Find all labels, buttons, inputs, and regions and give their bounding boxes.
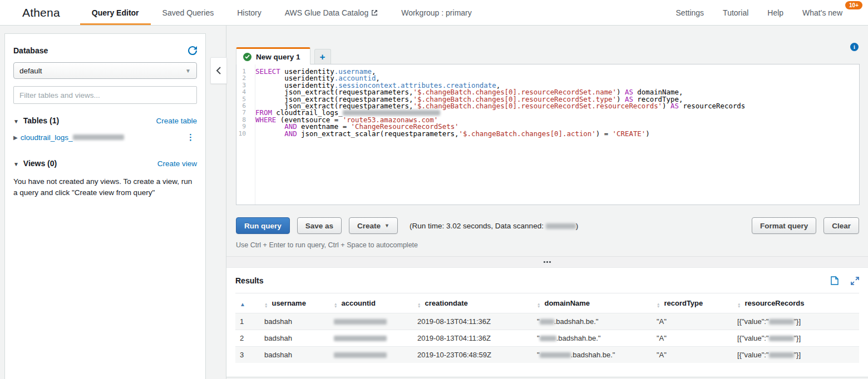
query-tab-new-query-1[interactable]: New query 1	[236, 47, 310, 64]
cell-row-number: 2	[235, 330, 260, 347]
cell-recordType: "A"	[652, 330, 733, 347]
database-label: Database	[13, 46, 48, 55]
tab-history[interactable]: History	[225, 0, 273, 25]
sort-ascending-icon: ▲	[240, 301, 245, 307]
chevron-right-icon[interactable]: ▶	[13, 134, 18, 141]
redacted-text	[334, 336, 387, 341]
chevron-down-icon: ▼	[13, 118, 19, 124]
chevron-down-icon: ▼	[13, 161, 19, 167]
line-number: 10	[236, 131, 251, 137]
expand-results-icon[interactable]	[851, 277, 859, 285]
create-dropdown-button[interactable]: Create ▼	[349, 217, 398, 234]
tab-query-editor[interactable]: Query Editor	[80, 0, 151, 25]
keyboard-hint: Use Ctrl + Enter to run query, Ctrl + Sp…	[236, 241, 868, 249]
chevron-down-icon: ▼	[384, 223, 389, 228]
cell-row-number: 3	[235, 347, 260, 363]
cell-accountid	[329, 313, 413, 330]
redacted-data-scanned	[546, 223, 576, 229]
tab-saved-queries[interactable]: Saved Queries	[151, 0, 226, 25]
cell-creationdate: 2019-08-13T04:11:36Z	[413, 313, 532, 330]
cell-domainName: ".badshah.be."	[532, 330, 652, 347]
primary-nav: Query Editor Saved Queries History AWS G…	[80, 0, 484, 25]
redacted-text	[769, 336, 794, 341]
cell-resourceRecords: [{"value":""}]	[733, 347, 859, 363]
column-header-recordType[interactable]: ▲▼recordType	[652, 293, 733, 313]
sort-icons: ▲▼	[657, 302, 660, 308]
line-number: 9	[236, 123, 251, 130]
tables-section-toggle[interactable]: ▼ Tables (1)	[13, 116, 59, 125]
redacted-text	[334, 352, 387, 358]
cell-creationdate: 2019-08-13T04:11:36Z	[413, 330, 532, 347]
redacted-table-name	[73, 134, 124, 140]
table-row: 2badshah2019-08-13T04:11:36Z".badshah.be…	[235, 330, 859, 347]
chevron-left-icon	[216, 67, 221, 74]
table-name-link[interactable]: cloudtrail_logs_	[21, 133, 73, 142]
column-header-creationdate[interactable]: ▲▼creationdate	[413, 293, 532, 313]
export-results-file-icon[interactable]	[831, 276, 839, 285]
new-query-tab-button[interactable]: +	[314, 49, 331, 64]
column-header-accountid[interactable]: ▲▼accountid	[329, 293, 413, 313]
sort-icons: ▲▼	[264, 302, 268, 308]
column-header-domainName[interactable]: ▲▼domainName	[532, 293, 652, 313]
clear-button[interactable]: Clear	[823, 217, 859, 234]
workgroup-selector[interactable]: Workgroup : primary	[389, 0, 484, 25]
link-whats-new[interactable]: What's new 10+	[793, 0, 859, 25]
line-number: 7	[236, 109, 251, 116]
create-view-link[interactable]: Create view	[157, 159, 197, 168]
link-settings[interactable]: Settings	[667, 0, 714, 25]
database-dropdown[interactable]: default ▼	[13, 62, 197, 79]
table-options-kebab-icon[interactable]: ⋮	[184, 132, 197, 142]
column-header-username[interactable]: ▲▼username	[260, 293, 329, 313]
table-row: 1badshah2019-08-13T04:11:36Z".badshah.be…	[235, 313, 859, 330]
editor-actions: Run query Save as Create ▼ (Run time: 3.…	[236, 217, 859, 234]
views-section-toggle[interactable]: ▼ Views (0)	[13, 159, 57, 168]
run-query-button[interactable]: Run query	[236, 217, 290, 234]
top-navigation-bar: Athena Query Editor Saved Queries Histor…	[0, 0, 868, 26]
database-sidebar: Database default ▼ ▼ Tables (1) Create t…	[4, 33, 206, 379]
format-query-button[interactable]: Format query	[752, 217, 816, 234]
collapse-sidebar-button[interactable]	[210, 57, 227, 84]
link-glue-data-catalog[interactable]: AWS Glue Data Catalog	[273, 0, 389, 25]
cell-domainName: ".badshah.be."	[532, 313, 652, 330]
cell-recordType: "A"	[652, 313, 733, 330]
cell-domainName: ".badshah.be."	[532, 347, 652, 363]
cell-row-number: 1	[235, 313, 260, 330]
cell-recordType: "A"	[652, 347, 733, 363]
sort-icons: ▲▼	[737, 302, 741, 308]
cell-resourceRecords: [{"value":""}]	[733, 330, 859, 347]
link-tutorial[interactable]: Tutorial	[713, 0, 758, 25]
column-header-resourceRecords[interactable]: ▲▼resourceRecords	[733, 293, 859, 313]
redacted-text	[769, 319, 794, 325]
row-number-sort-header[interactable]: ▲	[235, 293, 260, 313]
filter-tables-input[interactable]	[13, 86, 197, 104]
info-icon[interactable]: i	[850, 43, 859, 51]
sort-icons: ▲▼	[417, 302, 421, 308]
cell-accountid	[329, 330, 413, 347]
sort-icons: ▲▼	[334, 302, 337, 308]
run-statistics: (Run time: 3.02 seconds, Data scanned: )	[410, 222, 578, 230]
table-row: 3badshah2019-10-23T06:48:59Z".badshah.be…	[235, 347, 859, 363]
cell-resourceRecords: [{"value":""}]	[733, 313, 859, 330]
sql-editor[interactable]: 1SELECT useridentity.username,2 useriden…	[236, 64, 860, 205]
link-help[interactable]: Help	[758, 0, 793, 25]
panel-resize-splitter[interactable]	[226, 256, 868, 268]
athena-logo: Athena	[22, 0, 60, 25]
query-editor-main: i New query 1 + 1SELECT useridentity.use…	[226, 26, 868, 379]
cell-accountid	[329, 347, 413, 363]
refresh-icon[interactable]	[188, 46, 197, 55]
code-lines: 1SELECT useridentity.username,2 useriden…	[236, 68, 859, 137]
athena-console: Athena Query Editor Saved Queries Histor…	[0, 0, 868, 379]
redacted-text	[334, 319, 387, 325]
success-check-icon	[243, 53, 251, 61]
sort-icons: ▲▼	[537, 302, 540, 308]
redacted-text	[769, 352, 794, 358]
cell-creationdate: 2019-10-23T06:48:59Z	[413, 347, 532, 363]
create-table-link[interactable]: Create table	[156, 117, 197, 125]
table-list-item: ▶ cloudtrail_logs_ ⋮	[13, 132, 197, 142]
cell-username: badshah	[260, 313, 329, 330]
cell-username: badshah	[260, 330, 329, 347]
query-tabbar: New query 1 +	[236, 47, 868, 64]
code-line: 10 AND json_extract_scalar(requestparame…	[236, 131, 859, 137]
save-as-button[interactable]: Save as	[297, 217, 342, 234]
external-link-icon	[371, 9, 378, 16]
